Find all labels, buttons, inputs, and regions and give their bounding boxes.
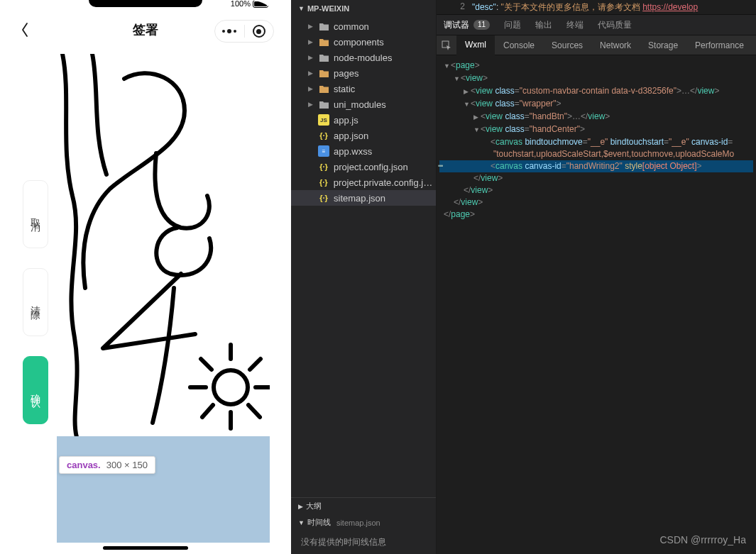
folder-icon	[318, 52, 329, 63]
folder-icon	[318, 99, 329, 110]
file-sitemap.json[interactable]: {·}sitemap.json	[291, 190, 436, 206]
outline-section: ▶ 大纲 ▼ 时间线 sitemap.json 没有提供的时间线信息	[291, 497, 436, 554]
watermark: CSDN @rrrrroy_Ha	[659, 534, 746, 545]
tree-item-label: project.config.json	[334, 162, 408, 172]
tooltip-tagname: canvas.	[67, 460, 101, 470]
tab-sources[interactable]: Sources	[543, 35, 591, 55]
tree-item-label: project.private.config.js…	[334, 177, 436, 188]
devtools-tabbar: Wxml Console Sources Network Storage Per…	[437, 35, 756, 55]
folder-components[interactable]: ▶components	[291, 34, 436, 50]
tab-performance[interactable]: Performance	[686, 35, 752, 55]
cancel-button[interactable]: 取消	[23, 180, 48, 248]
home-indicator	[103, 546, 188, 550]
folder-pages[interactable]: ▶pages	[291, 65, 436, 81]
dom-tree[interactable]: ▼<page> ▼<view> ▶<view class="custom-nav…	[437, 55, 756, 554]
capsule-more-icon[interactable]	[215, 21, 244, 42]
tab-output[interactable]: 输出	[528, 14, 559, 35]
svg-point-0	[214, 370, 248, 404]
tree-item-label: components	[334, 37, 384, 48]
tab-code-quality[interactable]: 代码质量	[591, 14, 639, 35]
app-body: 取消 清除 确认	[7, 47, 284, 554]
tab-console[interactable]: Console	[495, 35, 543, 55]
status-bar: 100%	[7, 0, 284, 7]
device-frame: 100% 签署 取消 清除 确认	[7, 0, 284, 554]
folder-icon	[318, 67, 329, 79]
debugger-badge: 11	[473, 20, 490, 30]
file-project.private.config.js…[interactable]: {·}project.private.config.js…	[291, 174, 436, 190]
element-picker-icon[interactable]	[437, 35, 456, 55]
battery-text: 100%	[231, 0, 251, 8]
json-file-icon: {·}	[318, 161, 329, 172]
back-button[interactable]	[20, 21, 31, 38]
tree-item-label: app.json	[334, 131, 368, 141]
tab-problems[interactable]: 问题	[497, 14, 528, 35]
battery-indicator: 100%	[231, 0, 268, 7]
capsule-close-icon[interactable]	[245, 21, 274, 42]
capsule-menu[interactable]	[214, 20, 274, 43]
tab-wxml[interactable]: Wxml	[456, 35, 495, 55]
timeline-header[interactable]: ▼ 时间线 sitemap.json	[291, 514, 436, 531]
chevron-right-icon: ▶	[298, 503, 303, 510]
timeline-empty-text: 没有提供的时间线信息	[291, 531, 436, 554]
project-name: MP-WEIXIN	[307, 4, 349, 13]
folder-static[interactable]: ▶static	[291, 81, 436, 96]
second-canvas-overlay[interactable]	[57, 436, 270, 543]
chevron-down-icon: ▼	[298, 519, 305, 526]
file-tree: ▶common▶components▶node-modules▶pages▶st…	[291, 17, 436, 497]
confirm-button[interactable]: 确认	[23, 356, 48, 424]
folder-common[interactable]: ▶common	[291, 18, 436, 34]
outline-label: 大纲	[306, 501, 322, 511]
battery-icon	[253, 0, 268, 8]
file-app.wxss[interactable]: ≡app.wxss	[291, 143, 436, 159]
tree-item-label: common	[334, 21, 369, 32]
folder-icon	[318, 36, 329, 48]
dom-selected-node[interactable]: <canvas canvas-id="handWriting2" style[o…	[439, 160, 753, 172]
side-buttons: 取消 清除 确认	[23, 180, 48, 424]
file-project.config.json[interactable]: {·}project.config.json	[291, 159, 436, 174]
explorer-project-header[interactable]: ▼ MP-WEIXIN	[291, 0, 436, 17]
tab-storage[interactable]: Storage	[640, 35, 686, 55]
tree-item-label: app.js	[334, 115, 358, 126]
folder-icon	[318, 83, 329, 94]
devtools-panel: 2 "desc": "关于本文件的更多信息，请参考文档 https://deve…	[437, 0, 756, 554]
chevron-down-icon: ▼	[298, 5, 305, 12]
json-file-icon: {·}	[318, 177, 329, 188]
tab-terminal[interactable]: 终端	[559, 14, 591, 35]
nav-bar: 签署	[7, 13, 284, 47]
wxss-file-icon: ≡	[318, 145, 329, 157]
line-number: 2	[451, 1, 465, 14]
timeline-label: 时间线	[307, 517, 331, 528]
tree-item-label: app.wxss	[334, 146, 372, 157]
tree-item-label: node-modules	[334, 52, 392, 63]
tree-item-label: sitemap.json	[334, 193, 385, 204]
clear-button[interactable]: 清除	[23, 268, 48, 336]
handwriting-strokes	[57, 54, 270, 437]
json-file-icon: {·}	[318, 130, 329, 141]
file-app.json[interactable]: {·}app.json	[291, 128, 436, 143]
tree-item-label: static	[334, 84, 355, 94]
folder-node-modules[interactable]: ▶node-modules	[291, 50, 436, 65]
page-title: 签署	[133, 21, 158, 38]
folder-uni_modules[interactable]: ▶uni_modules	[291, 96, 436, 112]
file-app.js[interactable]: JSapp.js	[291, 112, 436, 128]
code-preview-line: 2 "desc": "关于本文件的更多信息，请参考文档 https://deve…	[437, 0, 756, 14]
element-inspect-tooltip: canvas. 300 × 150	[59, 456, 155, 474]
outline-header[interactable]: ▶ 大纲	[291, 498, 436, 514]
tree-item-label: pages	[334, 68, 358, 79]
js-file-icon: JS	[318, 114, 329, 126]
json-file-icon: {·}	[318, 192, 329, 204]
simulator-column: 100% 签署 取消 清除 确认	[0, 0, 291, 554]
tooltip-dimensions: 300 × 150	[106, 460, 148, 470]
tab-debugger[interactable]: 调试器 11	[437, 14, 497, 35]
tab-network[interactable]: Network	[591, 35, 640, 55]
folder-icon	[318, 21, 329, 32]
tree-item-label: uni_modules	[334, 99, 386, 110]
file-explorer: ▼ MP-WEIXIN ▶common▶components▶node-modu…	[291, 0, 437, 554]
timeline-file: sitemap.json	[336, 519, 380, 527]
handwriting-canvas[interactable]	[57, 54, 270, 437]
bottom-tabbar: 调试器 11 问题 输出 终端 代码质量	[437, 14, 756, 35]
